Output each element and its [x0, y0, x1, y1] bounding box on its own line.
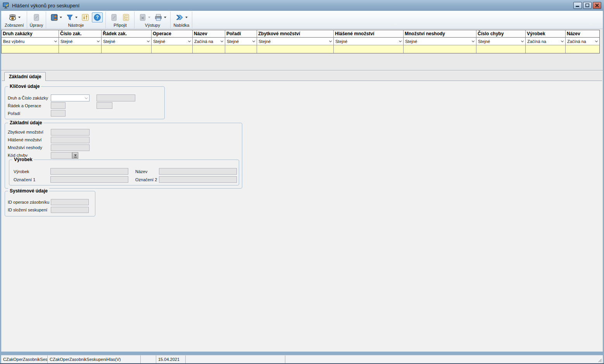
filter-value-input[interactable]	[2, 45, 59, 53]
filter-value-input[interactable]	[225, 45, 257, 53]
filter-column-header: Druh zakázky	[2, 30, 59, 38]
filter-operator-value: Stejné	[103, 39, 147, 44]
poradi-field	[51, 110, 66, 117]
status-bar: CZakOperZasobnikSeskuCZakOperZasobnikSes…	[1, 355, 603, 363]
toolbar-group-label: Nabídka	[173, 22, 189, 27]
statusbar-panel	[285, 355, 603, 363]
resize-grip-icon[interactable]	[597, 357, 602, 362]
filter-operator-select[interactable]: Stejné	[59, 38, 101, 45]
filter-operator-select[interactable]: Stejné	[102, 38, 151, 45]
filter-column-header: Pořadí	[225, 30, 257, 38]
filter-operator-select[interactable]: Stejné	[257, 38, 333, 45]
svg-text:?: ?	[96, 15, 99, 20]
filter-value-input[interactable]	[404, 45, 476, 53]
menu-chevrons-button[interactable]	[174, 12, 189, 22]
dropdown-arrow-icon	[148, 17, 150, 18]
filter-column-header: Číslo chyby	[476, 30, 525, 38]
filter-value-input[interactable]	[476, 45, 525, 53]
close-icon	[595, 3, 599, 7]
id-operace-zasobniku-field	[51, 199, 89, 205]
group-title: Základní údaje	[8, 120, 43, 125]
cislo-zakazky-field	[97, 94, 135, 101]
group-systemove-udaje: Systémové údaje ID operace zásobníku ID …	[5, 191, 95, 216]
filter-column: NázevZačíná na	[566, 30, 599, 53]
mnozstvi-neshody-field	[51, 144, 90, 151]
zbytkove-mnozstvi-field	[51, 129, 90, 136]
filter-grid: Druh zakázkyBez výběruČíslo zak.StejnéŘá…	[1, 30, 600, 53]
chevron-down-icon	[221, 39, 223, 42]
app-window: Hlášení výkonů pro seskupení ZobrazeníÚp…	[0, 0, 604, 364]
filter-operator-select[interactable]: Stejné	[225, 38, 257, 45]
sliders-icon	[81, 13, 90, 22]
id-slozeni-seskupeni-field	[51, 207, 89, 213]
dropdown-arrow-icon	[164, 17, 166, 18]
filter-column: Zbytkové množstvíStejné	[257, 30, 334, 53]
filter-column: NázevZačíná na	[193, 30, 225, 53]
horizontal-divider	[1, 70, 603, 71]
chevron-down-icon	[188, 39, 191, 42]
close-button[interactable]	[593, 2, 601, 9]
filter-operator-select[interactable]: Stejné	[334, 38, 403, 45]
filter-operator-value: Stejné	[478, 39, 521, 44]
filter-value-input[interactable]	[59, 45, 101, 53]
filter-funnel-button[interactable]	[64, 12, 79, 22]
eye-button[interactable]	[7, 12, 22, 22]
toolbar-group-label: Úpravy	[30, 22, 43, 27]
group-klicove-udaje: Klíčové údaje Druh a Číslo zakázky Řádek…	[5, 86, 165, 119]
arrow-down-bar-icon	[74, 154, 77, 158]
main-content: Druh zakázkyBez výběruČíslo zak.StejnéŘá…	[1, 29, 603, 352]
chevron-down-icon	[54, 39, 57, 42]
filter-column: OperaceStejné	[152, 30, 193, 53]
filter-column-header: Operace	[152, 30, 192, 38]
filter-value-input[interactable]	[102, 45, 151, 53]
filter-column: Množství neshodyStejné	[404, 30, 476, 53]
radek-field	[51, 102, 66, 109]
filter-value-input[interactable]	[566, 45, 599, 53]
filter-operator-select[interactable]: Začíná na	[193, 38, 225, 45]
kod-chyby-lookup-button[interactable]	[72, 152, 78, 159]
filter-operator-select[interactable]: Bez výběru	[2, 38, 59, 45]
filter-column: Druh zakázkyBez výběru	[2, 30, 59, 53]
mnozstvi-neshody-label: Množství neshody	[8, 145, 42, 150]
filter-operator-select[interactable]: Začíná na	[566, 38, 599, 45]
statusbar-panel: CZakOperZasobnikSeskupeniHlas(V)	[48, 355, 141, 363]
filter-operator-select[interactable]: Stejné	[152, 38, 192, 45]
filter-operator-select[interactable]: Stejné	[404, 38, 476, 45]
toolbar-group-label: Připojit	[109, 22, 131, 27]
printer-button[interactable]	[153, 12, 167, 22]
toolbar-group-label: Výstupy	[137, 22, 167, 27]
dropdown-arrow-icon	[75, 17, 78, 18]
tab-zakladni-udaje[interactable]: Základní údaje	[4, 72, 46, 81]
filter-column: Číslo chybyStejné	[476, 30, 526, 53]
help-button[interactable]: ?	[92, 12, 103, 22]
statusbar-panel: CZakOperZasobnikSesku	[1, 355, 48, 363]
contacts-book-icon	[50, 13, 59, 22]
minimize-button[interactable]	[573, 2, 582, 9]
kod-chyby-field	[51, 152, 72, 159]
druh-zakazky-select[interactable]	[51, 94, 90, 101]
filter-column-header: Název	[193, 30, 225, 38]
group-title: Systémové údaje	[8, 188, 49, 194]
filter-operator-select[interactable]: Stejné	[476, 38, 525, 45]
checklist-icon	[122, 13, 130, 22]
druh-cislo-zakazky-label: Druh a Číslo zakázky	[8, 96, 48, 100]
sliders-button[interactable]	[80, 12, 91, 22]
filter-value-input[interactable]	[526, 45, 565, 53]
oznaceni2-label: Označení 2	[135, 177, 157, 182]
filter-value-input[interactable]	[152, 45, 192, 53]
menu-chevrons-icon	[175, 13, 184, 22]
hlasene-mnozstvi-label: Hlášené množství	[8, 137, 41, 142]
attach-edit-button	[109, 12, 119, 22]
filter-value-input[interactable]	[193, 45, 225, 53]
checklist-button[interactable]	[121, 12, 131, 22]
dropdown-arrow-icon	[60, 17, 62, 18]
maximize-button[interactable]	[583, 2, 592, 9]
chevron-down-icon	[521, 39, 524, 42]
filter-value-input[interactable]	[257, 45, 333, 53]
filter-column-header: Zbytkové množství	[257, 30, 333, 38]
contacts-book-button[interactable]	[49, 12, 63, 22]
filter-value-input[interactable]	[334, 45, 403, 53]
oznaceni1-label: Označení 1	[14, 177, 35, 182]
filter-operator-select[interactable]: Začíná na	[526, 38, 565, 45]
toolbar-group-label: Zobrazení	[5, 22, 24, 27]
